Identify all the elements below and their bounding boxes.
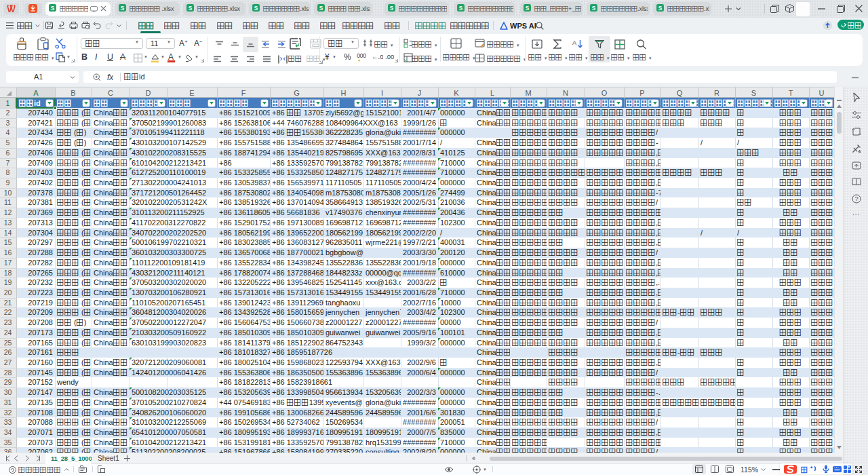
svg-text:S: S <box>121 5 125 12</box>
svg-text:S: S <box>189 5 193 12</box>
svg-text:S: S <box>254 5 258 12</box>
svg-text:S: S <box>592 5 596 12</box>
svg-text:S: S <box>658 5 663 12</box>
svg-text:S: S <box>319 5 323 12</box>
svg-text:S: S <box>390 5 394 12</box>
svg-text:S: S <box>459 5 463 12</box>
svg-text:?: ? <box>854 195 858 202</box>
svg-text:S: S <box>51 5 55 12</box>
svg-text:A: A <box>572 39 576 46</box>
svg-text:S: S <box>526 5 530 12</box>
